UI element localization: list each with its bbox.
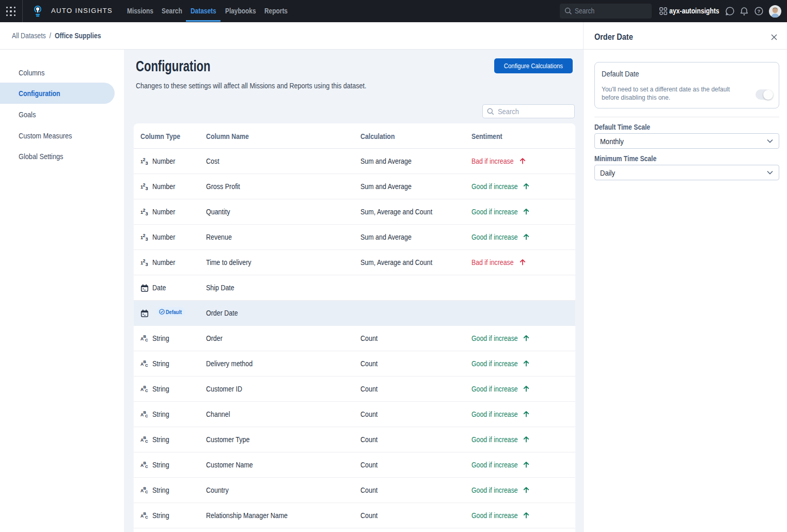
svg-text:?: ? xyxy=(758,8,761,14)
